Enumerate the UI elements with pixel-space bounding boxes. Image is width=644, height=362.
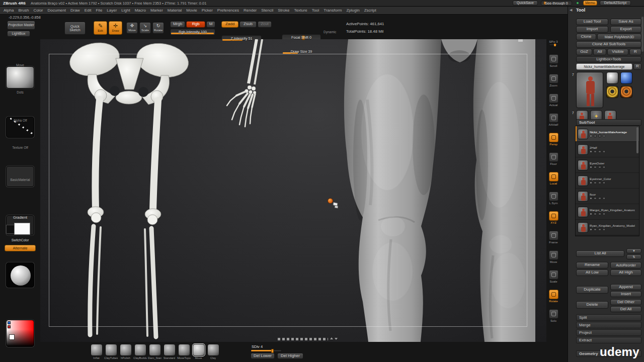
menu-item[interactable]: Preferences (217, 8, 239, 13)
lightbox-tools-button[interactable]: Lightbox>Tools (576, 56, 641, 62)
shader-icon[interactable] (603, 197, 605, 200)
menu-item[interactable]: Render (244, 8, 257, 13)
projection-master-button[interactable]: Projection Master (7, 21, 35, 30)
tool-preset-sphere-blue[interactable] (620, 72, 632, 84)
tool-preset-sphere-white[interactable] (606, 72, 618, 84)
subtool-row[interactable]: Nickz_humanMaleAverage (576, 126, 639, 142)
subtool-down-button[interactable]: ▼ (626, 248, 641, 253)
menu-item[interactable]: Stencil (261, 8, 273, 13)
export-button[interactable]: Export (610, 26, 641, 33)
uv-icon[interactable] (598, 228, 601, 231)
shader-icon[interactable] (603, 166, 605, 168)
collapsed-subsection[interactable]: Project (576, 329, 641, 336)
brush-preset[interactable]: Dam_Standard (148, 344, 162, 359)
subtool-section-header[interactable]: SubTool (576, 119, 641, 126)
m-button[interactable]: M (206, 21, 215, 28)
append-button[interactable]: Append (610, 284, 641, 290)
shelf-icon-button[interactable]: L.Sym (547, 192, 560, 210)
polypaint-icon[interactable] (594, 228, 597, 231)
edit-mode-button[interactable]: ✎ Edit (94, 21, 107, 35)
subtool-row[interactable]: Eyeinner_Color (576, 173, 639, 189)
menu-item[interactable]: Color (33, 8, 43, 13)
canvas-resize-grip[interactable] (518, 39, 523, 42)
shelf-icon-button[interactable]: Local (547, 172, 560, 191)
shelf-icon-button[interactable]: Persp (547, 133, 560, 151)
menu-item[interactable]: Texture (294, 8, 307, 13)
quick-sketch-button[interactable]: Quick Sketch (64, 22, 86, 35)
sdiv-slider[interactable] (251, 349, 282, 352)
zadd-button[interactable]: Zadd (221, 21, 238, 28)
rotate-mode-button[interactable]: ↻ Rotate (152, 22, 164, 34)
subtool-row[interactable]: EyesOuter (576, 157, 639, 173)
dynamic-label[interactable]: Dynamic (324, 30, 336, 34)
polypaint-icon[interactable] (594, 166, 597, 168)
uv-icon[interactable] (598, 197, 601, 200)
shelf-icon-button[interactable]: Move (547, 250, 560, 269)
shelf-icon-button[interactable]: Zoom (547, 74, 560, 93)
menu-item[interactable]: Alpha (4, 8, 14, 13)
subtool-row[interactable]: 2Half (576, 142, 639, 157)
shelf-icon-button[interactable]: AAHalf (547, 113, 560, 132)
menu-item[interactable]: Zplugin (346, 8, 359, 13)
delete-button[interactable]: Delete (576, 301, 608, 309)
uv-icon[interactable] (598, 213, 601, 215)
timeline-divider[interactable] (278, 338, 328, 340)
menu-item[interactable]: Marker (150, 8, 163, 13)
menu-item[interactable]: Edit (85, 8, 92, 13)
goz-all-button[interactable]: All (593, 49, 606, 55)
shelf-icon-button[interactable]: Actual (547, 94, 560, 112)
list-all-button[interactable]: List All (576, 250, 624, 257)
del-other-button[interactable]: Del Other (610, 299, 641, 305)
quicksave-button[interactable]: QuickSave (513, 1, 538, 6)
insert-button[interactable]: Insert (610, 291, 641, 297)
brush-preset[interactable]: Clay (206, 344, 220, 359)
shelf-icon-button[interactable]: Scroll (547, 54, 560, 73)
del-all-button[interactable]: Del All (610, 306, 641, 312)
polypaint-icon[interactable] (594, 182, 597, 184)
spix-slider[interactable]: SPix 3 (547, 40, 560, 53)
menu-item[interactable]: Document (48, 8, 66, 13)
draw-mode-button[interactable]: ✛ Draw (109, 21, 122, 35)
import-button[interactable]: Import (576, 26, 608, 33)
uv-icon[interactable] (598, 166, 601, 168)
brush-preset[interactable]: MoveTopo (177, 344, 191, 359)
collapsed-subsection[interactable]: Extract (576, 337, 641, 343)
current-tool-name-button[interactable]: Nickz_humanMaleAverage (576, 63, 632, 70)
shader-icon[interactable] (603, 228, 605, 231)
visibility-eye-icon[interactable] (590, 166, 592, 168)
zcut-button[interactable]: Zcut (258, 21, 272, 28)
del-lower-button[interactable]: Del Lower (251, 353, 275, 359)
goz-visible-button[interactable]: Visible (607, 49, 628, 55)
visibility-eye-icon[interactable] (590, 182, 592, 184)
lightbox-button[interactable]: LightBox (7, 31, 30, 37)
see-through-slider[interactable]: See-through 0 (541, 1, 572, 6)
brush-preset[interactable]: ClayTubes (104, 344, 118, 359)
save-as-button[interactable]: Save As (610, 19, 641, 25)
menu-item[interactable]: Transform (324, 8, 342, 13)
menu-item[interactable]: Brush (18, 8, 29, 13)
memo-button[interactable]: Memo (583, 1, 597, 6)
divider-down-arrow-icon[interactable] (335, 338, 338, 340)
del-higher-button[interactable]: Del Higher (277, 353, 303, 359)
shader-icon[interactable] (603, 182, 605, 184)
menu-item[interactable]: Material (168, 8, 182, 13)
goz-r-button[interactable]: R (629, 49, 641, 55)
visibility-eye-icon[interactable] (590, 197, 592, 200)
current-brush-thumbnail[interactable] (6, 66, 34, 88)
collapsed-subsection[interactable]: Split (576, 314, 641, 321)
rgb-button[interactable]: Rgb (186, 21, 205, 28)
rgb-intensity-slider[interactable]: Rgb Intensity 100 (170, 29, 215, 35)
shader-icon[interactable] (603, 135, 605, 137)
mrgb-button[interactable]: Mrgb (170, 21, 185, 28)
divider-up-arrow-icon[interactable] (330, 337, 333, 339)
brush-preset[interactable]: Standard (163, 344, 176, 359)
panel-collapse-icon[interactable]: ◀ (570, 8, 572, 12)
menu-item[interactable]: Tool (312, 8, 319, 13)
move-mode-button[interactable]: ✥ Move (126, 22, 138, 34)
brush-preset[interactable]: ClayBuildup (133, 344, 147, 359)
shelf-icon-button[interactable]: Scale (547, 270, 560, 289)
scale-mode-button[interactable]: ↘ Scale (139, 22, 151, 34)
alternate-button[interactable]: Alternate (5, 245, 36, 251)
subtool-scrollbar[interactable] (636, 127, 638, 153)
rename-button[interactable]: Rename (576, 262, 608, 268)
